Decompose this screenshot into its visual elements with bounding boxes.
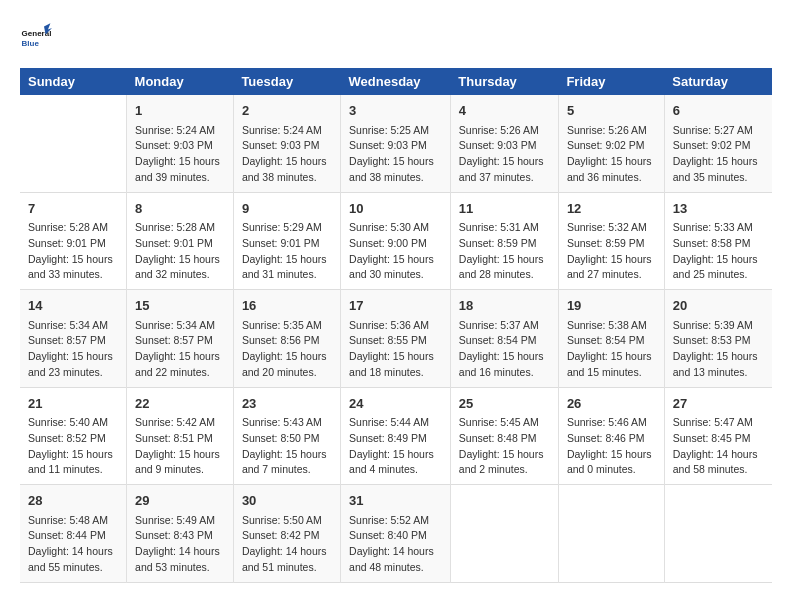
calendar-cell: 11Sunrise: 5:31 AM Sunset: 8:59 PM Dayli… (450, 192, 558, 290)
day-number: 20 (673, 296, 764, 316)
day-number: 16 (242, 296, 332, 316)
day-number: 7 (28, 199, 118, 219)
calendar-cell: 20Sunrise: 5:39 AM Sunset: 8:53 PM Dayli… (664, 290, 772, 388)
day-number: 21 (28, 394, 118, 414)
day-info: Sunrise: 5:24 AM Sunset: 9:03 PM Dayligh… (242, 123, 332, 186)
day-info: Sunrise: 5:26 AM Sunset: 9:03 PM Dayligh… (459, 123, 550, 186)
day-number: 9 (242, 199, 332, 219)
day-number: 25 (459, 394, 550, 414)
calendar-cell: 9Sunrise: 5:29 AM Sunset: 9:01 PM Daylig… (233, 192, 340, 290)
day-info: Sunrise: 5:34 AM Sunset: 8:57 PM Dayligh… (28, 318, 118, 381)
header-saturday: Saturday (664, 68, 772, 95)
day-info: Sunrise: 5:42 AM Sunset: 8:51 PM Dayligh… (135, 415, 225, 478)
day-number: 17 (349, 296, 442, 316)
calendar-cell: 21Sunrise: 5:40 AM Sunset: 8:52 PM Dayli… (20, 387, 127, 485)
calendar-cell: 19Sunrise: 5:38 AM Sunset: 8:54 PM Dayli… (558, 290, 664, 388)
day-number: 3 (349, 101, 442, 121)
calendar-week-2: 7Sunrise: 5:28 AM Sunset: 9:01 PM Daylig… (20, 192, 772, 290)
calendar-table: SundayMondayTuesdayWednesdayThursdayFrid… (20, 68, 772, 583)
calendar-cell: 25Sunrise: 5:45 AM Sunset: 8:48 PM Dayli… (450, 387, 558, 485)
day-info: Sunrise: 5:48 AM Sunset: 8:44 PM Dayligh… (28, 513, 118, 576)
day-info: Sunrise: 5:24 AM Sunset: 9:03 PM Dayligh… (135, 123, 225, 186)
day-number: 10 (349, 199, 442, 219)
day-info: Sunrise: 5:45 AM Sunset: 8:48 PM Dayligh… (459, 415, 550, 478)
calendar-cell: 13Sunrise: 5:33 AM Sunset: 8:58 PM Dayli… (664, 192, 772, 290)
calendar-cell: 24Sunrise: 5:44 AM Sunset: 8:49 PM Dayli… (341, 387, 451, 485)
calendar-week-4: 21Sunrise: 5:40 AM Sunset: 8:52 PM Dayli… (20, 387, 772, 485)
day-number: 11 (459, 199, 550, 219)
day-info: Sunrise: 5:28 AM Sunset: 9:01 PM Dayligh… (135, 220, 225, 283)
day-number: 2 (242, 101, 332, 121)
calendar-week-5: 28Sunrise: 5:48 AM Sunset: 8:44 PM Dayli… (20, 485, 772, 583)
calendar-cell (20, 95, 127, 192)
header-sunday: Sunday (20, 68, 127, 95)
calendar-cell: 27Sunrise: 5:47 AM Sunset: 8:45 PM Dayli… (664, 387, 772, 485)
calendar-header-row: SundayMondayTuesdayWednesdayThursdayFrid… (20, 68, 772, 95)
calendar-cell: 2Sunrise: 5:24 AM Sunset: 9:03 PM Daylig… (233, 95, 340, 192)
page-header: General Blue (20, 20, 772, 52)
day-info: Sunrise: 5:35 AM Sunset: 8:56 PM Dayligh… (242, 318, 332, 381)
calendar-cell (664, 485, 772, 583)
header-tuesday: Tuesday (233, 68, 340, 95)
calendar-cell: 8Sunrise: 5:28 AM Sunset: 9:01 PM Daylig… (127, 192, 234, 290)
day-number: 30 (242, 491, 332, 511)
calendar-cell: 14Sunrise: 5:34 AM Sunset: 8:57 PM Dayli… (20, 290, 127, 388)
day-number: 14 (28, 296, 118, 316)
day-number: 29 (135, 491, 225, 511)
day-info: Sunrise: 5:40 AM Sunset: 8:52 PM Dayligh… (28, 415, 118, 478)
calendar-cell: 16Sunrise: 5:35 AM Sunset: 8:56 PM Dayli… (233, 290, 340, 388)
day-info: Sunrise: 5:31 AM Sunset: 8:59 PM Dayligh… (459, 220, 550, 283)
day-info: Sunrise: 5:47 AM Sunset: 8:45 PM Dayligh… (673, 415, 764, 478)
header-monday: Monday (127, 68, 234, 95)
day-number: 6 (673, 101, 764, 121)
calendar-cell: 5Sunrise: 5:26 AM Sunset: 9:02 PM Daylig… (558, 95, 664, 192)
day-info: Sunrise: 5:43 AM Sunset: 8:50 PM Dayligh… (242, 415, 332, 478)
day-info: Sunrise: 5:25 AM Sunset: 9:03 PM Dayligh… (349, 123, 442, 186)
calendar-cell: 22Sunrise: 5:42 AM Sunset: 8:51 PM Dayli… (127, 387, 234, 485)
calendar-cell: 31Sunrise: 5:52 AM Sunset: 8:40 PM Dayli… (341, 485, 451, 583)
day-info: Sunrise: 5:37 AM Sunset: 8:54 PM Dayligh… (459, 318, 550, 381)
day-info: Sunrise: 5:44 AM Sunset: 8:49 PM Dayligh… (349, 415, 442, 478)
day-info: Sunrise: 5:49 AM Sunset: 8:43 PM Dayligh… (135, 513, 225, 576)
day-info: Sunrise: 5:26 AM Sunset: 9:02 PM Dayligh… (567, 123, 656, 186)
day-number: 15 (135, 296, 225, 316)
day-number: 13 (673, 199, 764, 219)
day-info: Sunrise: 5:38 AM Sunset: 8:54 PM Dayligh… (567, 318, 656, 381)
day-number: 24 (349, 394, 442, 414)
calendar-cell: 17Sunrise: 5:36 AM Sunset: 8:55 PM Dayli… (341, 290, 451, 388)
day-info: Sunrise: 5:33 AM Sunset: 8:58 PM Dayligh… (673, 220, 764, 283)
day-number: 23 (242, 394, 332, 414)
logo-icon: General Blue (20, 20, 52, 52)
day-number: 27 (673, 394, 764, 414)
day-info: Sunrise: 5:34 AM Sunset: 8:57 PM Dayligh… (135, 318, 225, 381)
calendar-cell: 28Sunrise: 5:48 AM Sunset: 8:44 PM Dayli… (20, 485, 127, 583)
day-info: Sunrise: 5:39 AM Sunset: 8:53 PM Dayligh… (673, 318, 764, 381)
day-info: Sunrise: 5:46 AM Sunset: 8:46 PM Dayligh… (567, 415, 656, 478)
day-info: Sunrise: 5:52 AM Sunset: 8:40 PM Dayligh… (349, 513, 442, 576)
calendar-cell: 1Sunrise: 5:24 AM Sunset: 9:03 PM Daylig… (127, 95, 234, 192)
day-number: 1 (135, 101, 225, 121)
calendar-cell: 7Sunrise: 5:28 AM Sunset: 9:01 PM Daylig… (20, 192, 127, 290)
day-number: 18 (459, 296, 550, 316)
day-info: Sunrise: 5:50 AM Sunset: 8:42 PM Dayligh… (242, 513, 332, 576)
day-number: 12 (567, 199, 656, 219)
day-info: Sunrise: 5:27 AM Sunset: 9:02 PM Dayligh… (673, 123, 764, 186)
calendar-week-1: 1Sunrise: 5:24 AM Sunset: 9:03 PM Daylig… (20, 95, 772, 192)
day-number: 28 (28, 491, 118, 511)
day-info: Sunrise: 5:36 AM Sunset: 8:55 PM Dayligh… (349, 318, 442, 381)
calendar-cell: 29Sunrise: 5:49 AM Sunset: 8:43 PM Dayli… (127, 485, 234, 583)
day-number: 31 (349, 491, 442, 511)
calendar-cell: 30Sunrise: 5:50 AM Sunset: 8:42 PM Dayli… (233, 485, 340, 583)
header-thursday: Thursday (450, 68, 558, 95)
day-info: Sunrise: 5:30 AM Sunset: 9:00 PM Dayligh… (349, 220, 442, 283)
calendar-cell: 10Sunrise: 5:30 AM Sunset: 9:00 PM Dayli… (341, 192, 451, 290)
header-wednesday: Wednesday (341, 68, 451, 95)
day-number: 22 (135, 394, 225, 414)
day-number: 19 (567, 296, 656, 316)
calendar-cell (558, 485, 664, 583)
calendar-cell: 18Sunrise: 5:37 AM Sunset: 8:54 PM Dayli… (450, 290, 558, 388)
calendar-week-3: 14Sunrise: 5:34 AM Sunset: 8:57 PM Dayli… (20, 290, 772, 388)
svg-text:Blue: Blue (22, 39, 40, 48)
calendar-cell (450, 485, 558, 583)
day-info: Sunrise: 5:32 AM Sunset: 8:59 PM Dayligh… (567, 220, 656, 283)
